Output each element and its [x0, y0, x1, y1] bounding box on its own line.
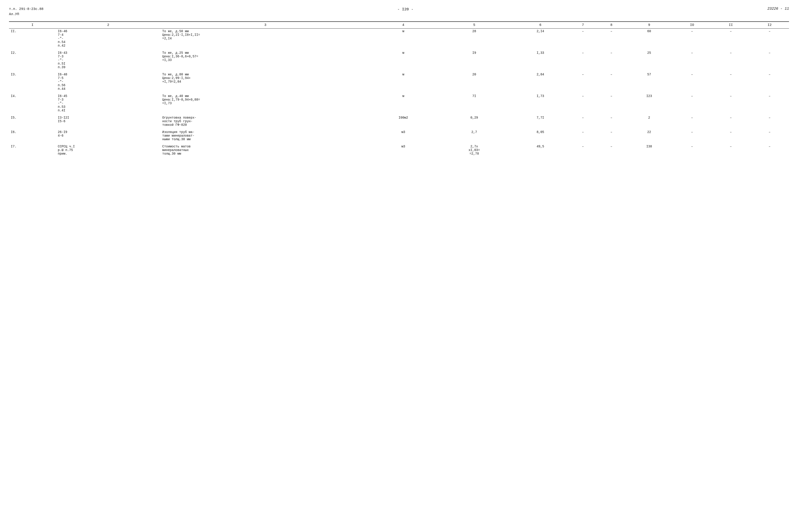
table-row: I4. I6-457-3-"-п.53п.4I То же, д.40 ммЦе… — [9, 93, 789, 113]
cell-col3: То же, д.25 ммЦена:I,36-0,6+0,57==I,33 — [160, 50, 370, 70]
cell-col5: 20 — [436, 72, 512, 92]
header-left: т.п. 291-8-23с.88 Ал.УП — [9, 7, 43, 17]
cell-col2: I6-437-3-"-п.5Iп.39 — [56, 50, 160, 70]
cell-col11: – — [711, 115, 750, 128]
header-ref-line1: т.п. 291-8-23с.88 — [9, 7, 43, 12]
col-header-7: 7 — [569, 22, 597, 28]
cell-col3: То же, д.40 ммЦена:I,79-0,94+0,88==I,73 — [160, 93, 370, 113]
header-ref-line2: Ал.УП — [9, 12, 43, 17]
cell-col9: 57 — [626, 72, 672, 92]
cell-col12: – — [750, 144, 789, 156]
cell-col5: 7I — [436, 93, 512, 113]
cell-col6: I,73 — [512, 93, 569, 113]
cell-col3: То же, д.50 ммЦена:2,2I-I,I8+I,II==2,I4 — [160, 28, 370, 49]
cell-col6: 49,5 — [512, 144, 569, 156]
table-row: I2. I6-437-3-"-п.5Iп.39 То же, д.25 ммЦе… — [9, 50, 789, 70]
cell-col11: – — [711, 93, 750, 113]
cell-col10: – — [672, 50, 711, 70]
cell-col10: – — [672, 72, 711, 92]
cell-col8: – — [597, 93, 626, 113]
cell-col1: I2. — [9, 50, 56, 70]
cell-col9: 2 — [626, 115, 672, 128]
cell-col7: – — [569, 50, 597, 70]
page-header: т.п. 291-8-23с.88 Ал.УП - I20 - 23226 - … — [9, 7, 789, 17]
cell-col2: 26-I94-6 — [56, 129, 160, 142]
cell-col9: 25 — [626, 50, 672, 70]
cell-col1: I7. — [9, 144, 56, 156]
cell-col5: 2,7 — [436, 129, 512, 142]
main-table: I 2 3 4 5 6 7 8 9 IO II I2 II. I6-467-4-… — [9, 21, 789, 158]
cell-col5: 2,7ххI,03==2,78 — [436, 144, 512, 156]
cell-col11: – — [711, 129, 750, 142]
cell-col7: – — [569, 28, 597, 49]
cell-col1: II. — [9, 28, 56, 49]
cell-col9: I23 — [626, 93, 672, 113]
cell-col4: I00м2 — [370, 115, 436, 128]
cell-col1: I6. — [9, 129, 56, 142]
cell-col3: Стоимость матовминераловатныхтолщ.30 мм — [160, 144, 370, 156]
cell-col3: То же, д.80 ммЦена:2,99-I,94++I,79=2,84 — [160, 72, 370, 92]
cell-col1: I5. — [9, 115, 56, 128]
cell-col9: 22 — [626, 129, 672, 142]
cell-col8: – — [597, 72, 626, 92]
cell-col7: – — [569, 93, 597, 113]
cell-col2: I6-467-4-"-п.54п.42 — [56, 28, 160, 49]
table-row: I5. I3-I2II5-6 Огрунтовка поверх-ности т… — [9, 115, 789, 128]
col-header-4: 4 — [370, 22, 436, 28]
cell-col2: I6-487-5-"-п.56п.44 — [56, 72, 160, 92]
cell-col3: Изоляция труб ма-тами минераловат-ными т… — [160, 129, 370, 142]
table-row: I3. I6-487-5-"-п.56п.44 То же, д.80 ммЦе… — [9, 72, 789, 92]
cell-col8: – — [597, 129, 626, 142]
cell-col4: м3 — [370, 144, 436, 156]
header-doc-number: 23226 - 11 — [767, 7, 789, 11]
cell-col8: – — [597, 115, 626, 128]
table-header-row: I 2 3 4 5 6 7 8 9 IO II I2 — [9, 22, 789, 28]
cell-col2: ССРСЦ ч.Iр.Ш п.75прим. — [56, 144, 160, 156]
cell-col6: 7,7I — [512, 115, 569, 128]
cell-col10: – — [672, 93, 711, 113]
col-header-1: I — [9, 22, 56, 28]
cell-col5: 28 — [436, 28, 512, 49]
cell-col11: – — [711, 28, 750, 49]
cell-col4: м — [370, 28, 436, 49]
col-header-6: 6 — [512, 22, 569, 28]
cell-col5: 0,29 — [436, 115, 512, 128]
cell-col1: I4. — [9, 93, 56, 113]
cell-col6: I,33 — [512, 50, 569, 70]
col-header-3: 3 — [160, 22, 370, 28]
cell-col10: – — [672, 28, 711, 49]
col-header-5: 5 — [436, 22, 512, 28]
cell-col6: 2,I4 — [512, 28, 569, 49]
cell-col7: – — [569, 115, 597, 128]
cell-col6: 8,05 — [512, 129, 569, 142]
cell-col6: 2,84 — [512, 72, 569, 92]
cell-col7: – — [569, 144, 597, 156]
cell-col11: – — [711, 50, 750, 70]
cell-col10: – — [672, 115, 711, 128]
cell-col12: – — [750, 93, 789, 113]
cell-col12: – — [750, 129, 789, 142]
col-header-12: I2 — [750, 22, 789, 28]
cell-col7: – — [569, 129, 597, 142]
cell-col4: м — [370, 72, 436, 92]
cell-col12: – — [750, 115, 789, 128]
col-header-11: II — [711, 22, 750, 28]
col-header-10: IO — [672, 22, 711, 28]
cell-col1: I3. — [9, 72, 56, 92]
cell-col5: I9 — [436, 50, 512, 70]
cell-col8: – — [597, 144, 626, 156]
cell-col12: – — [750, 28, 789, 49]
cell-col8: – — [597, 50, 626, 70]
cell-col11: – — [711, 144, 750, 156]
cell-col10: – — [672, 144, 711, 156]
cell-col11: – — [711, 72, 750, 92]
cell-col10: – — [672, 129, 711, 142]
cell-col7: – — [569, 72, 597, 92]
cell-col12: – — [750, 72, 789, 92]
table-row: I6. 26-I94-6 Изоляция труб ма-тами минер… — [9, 129, 789, 142]
cell-col12: – — [750, 50, 789, 70]
header-page-number: - I20 - — [43, 7, 767, 12]
cell-col9: I38 — [626, 144, 672, 156]
col-header-8: 8 — [597, 22, 626, 28]
cell-col2: I6-457-3-"-п.53п.4I — [56, 93, 160, 113]
